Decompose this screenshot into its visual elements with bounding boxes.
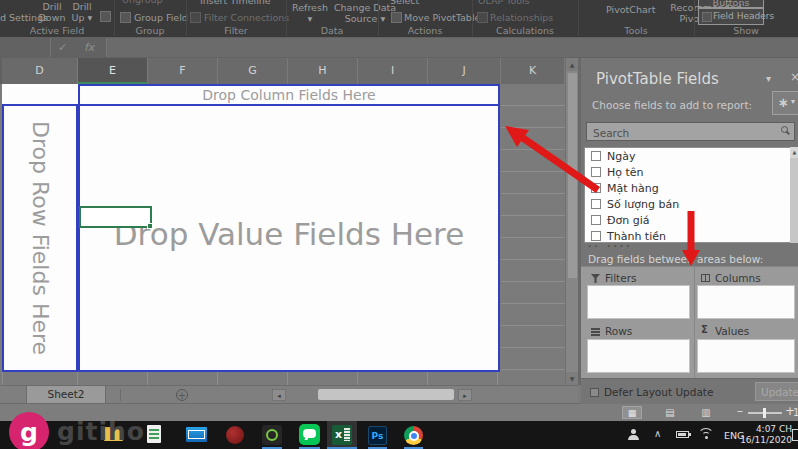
checkbox-icon[interactable] (591, 199, 601, 209)
drop-row-fields-zone[interactable]: Drop Row Fields Here (2, 104, 78, 372)
field-list-scroll-up-icon[interactable]: ▲ (790, 147, 798, 158)
field-item-ngay[interactable]: Ngày (585, 148, 790, 164)
panel-close-icon[interactable]: × (790, 70, 798, 84)
enter-check-icon[interactable]: ✓ (58, 41, 67, 54)
insert-function-fx-icon[interactable]: fx (84, 41, 94, 54)
ribbon-group-field-button[interactable]: Group Field (134, 12, 188, 23)
action-center-icon[interactable] (792, 429, 798, 441)
column-header-i[interactable]: I (358, 58, 428, 84)
ribbon-pivotchart-button[interactable]: PivotChart (606, 4, 655, 15)
ribbon-group-show: Show (694, 25, 798, 36)
field-label[interactable]: Mặt hàng (607, 182, 659, 195)
formula-input[interactable] (107, 38, 798, 57)
checkbox-icon[interactable] (591, 231, 601, 241)
refresh-caret-icon[interactable]: ▾ (288, 13, 332, 24)
column-header-g[interactable]: G (218, 58, 288, 84)
checkbox-icon[interactable] (591, 215, 601, 225)
fill-handle[interactable] (147, 223, 153, 229)
ribbon-change-data-source-button[interactable]: Change Data Source ▾ (332, 2, 398, 24)
field-item-so-luong-ban[interactable]: Số lượng bán (585, 196, 790, 212)
checkbox-icon[interactable] (591, 167, 601, 177)
field-list-scrollbar[interactable]: ▲ (790, 147, 798, 243)
group-field-icon (120, 12, 131, 23)
empty-cells-column-k[interactable] (501, 84, 565, 372)
vertical-scrollbar[interactable]: ▲ ▼ (565, 58, 578, 385)
field-item-ho-ten[interactable]: Họ tên (585, 164, 790, 180)
update-button: Update (755, 382, 798, 401)
column-header-e-selected[interactable]: E (78, 58, 148, 84)
column-header-k[interactable]: K (501, 58, 565, 84)
column-header-j[interactable]: J (428, 58, 501, 84)
chrome-icon[interactable] (404, 426, 423, 445)
search-input[interactable] (591, 124, 775, 141)
zoom-level[interactable]: 13 (793, 407, 798, 418)
defer-checkbox-icon[interactable] (590, 388, 599, 397)
people-icon[interactable] (628, 429, 640, 441)
ribbon-refresh-button[interactable]: Refresh (288, 2, 332, 13)
ribbon-group-calculations: Calculations (472, 25, 578, 36)
areas-section: Filters Columns Rows Σ Values (581, 266, 798, 378)
search-box[interactable] (586, 122, 795, 141)
ribbon-drill-down-button[interactable]: Drill Down (36, 1, 68, 23)
tray-time[interactable]: 4:07 CH (744, 424, 792, 434)
selected-cell[interactable] (79, 206, 152, 228)
drop-column-fields-text: Drop Column Fields Here (80, 86, 498, 104)
panel-resize-dots[interactable]: ·· ···· (588, 241, 633, 251)
new-sheet-icon[interactable]: + (176, 389, 188, 401)
mail-icon[interactable] (186, 427, 207, 442)
ribbon-move-pivottable-button[interactable]: Move PivotTable (404, 12, 480, 23)
excel-icon[interactable]: x (332, 425, 352, 445)
drop-value-fields-zone[interactable]: Drop Value Fields Here (78, 104, 500, 372)
columns-grid-icon (701, 274, 710, 282)
view-normal-icon[interactable]: ▦ (622, 406, 642, 419)
panel-options-caret-icon[interactable]: ▾ (766, 73, 771, 84)
vertical-scrollbar-thumb[interactable] (568, 73, 577, 278)
scroll-down-icon[interactable]: ▼ (566, 372, 578, 385)
column-header-f[interactable]: F (148, 58, 218, 84)
field-label[interactable]: Ngày (607, 150, 635, 163)
values-drop-area[interactable] (697, 339, 795, 373)
empty-cells-row-below[interactable] (0, 372, 565, 385)
ribbon-group-filter: Filter (186, 25, 286, 36)
gitiho-logo-icon: g (9, 412, 49, 449)
ribbon-ungroup-button[interactable]: Ungroup (122, 0, 163, 5)
horizontal-scrollbar-thumb[interactable] (318, 389, 454, 400)
scroll-up-icon[interactable]: ▲ (566, 58, 578, 71)
columns-drop-area[interactable] (697, 285, 795, 319)
ribbon-olap-tools-button: OLAP Tools (478, 0, 530, 6)
tools-gear-button[interactable]: ∗ ▾ (772, 91, 798, 115)
sheet-tab-sheet2[interactable]: Sheet2 (26, 386, 106, 403)
browser-red-icon[interactable] (226, 426, 244, 444)
ribbon-field-headers-toggle[interactable]: Field Headers (698, 8, 764, 25)
field-label[interactable]: Họ tên (607, 166, 644, 179)
document-icon[interactable] (147, 425, 161, 443)
checkbox-icon[interactable] (591, 183, 601, 193)
field-label[interactable]: Số lượng bán (607, 198, 679, 211)
column-header-d[interactable]: D (2, 58, 78, 84)
field-item-don-gia[interactable]: Đơn giá (585, 212, 790, 228)
ribbon-insert-timeline-button[interactable]: Insert Timeline (200, 0, 271, 6)
line-messenger-icon[interactable] (299, 424, 320, 445)
field-item-mat-hang[interactable]: Mặt hàng (585, 180, 790, 196)
checkbox-icon[interactable] (591, 151, 601, 161)
column-header-h[interactable]: H (288, 58, 358, 84)
view-page-layout-icon[interactable]: ▤ (660, 406, 680, 419)
collapse-field-icon[interactable] (100, 11, 111, 22)
rows-drop-area[interactable] (587, 339, 690, 373)
zoom-out-icon[interactable]: – (737, 404, 743, 418)
hscroll-right-icon[interactable]: ▸ (458, 389, 472, 401)
photoshop-icon[interactable]: Ps (368, 426, 387, 445)
view-page-break-icon[interactable]: ▥ (696, 406, 716, 419)
screen-recorder-icon[interactable] (262, 425, 282, 445)
show-hidden-icons-caret[interactable]: ∧ (654, 428, 661, 439)
drop-column-fields-zone[interactable]: Drop Column Fields Here (78, 84, 500, 106)
tray-date[interactable]: 16/11/2020 (736, 435, 792, 445)
hscroll-left-icon[interactable]: ◂ (272, 389, 286, 401)
field-label[interactable]: Đơn giá (607, 214, 650, 227)
battery-icon[interactable] (676, 431, 689, 438)
wifi-icon[interactable] (698, 428, 714, 440)
filters-drop-area[interactable] (587, 285, 690, 319)
cell-d-blank[interactable] (2, 84, 78, 105)
zoom-slider-thumb[interactable] (763, 408, 766, 418)
ribbon-drill-up-button[interactable]: Drill Up ▾ (67, 1, 97, 23)
